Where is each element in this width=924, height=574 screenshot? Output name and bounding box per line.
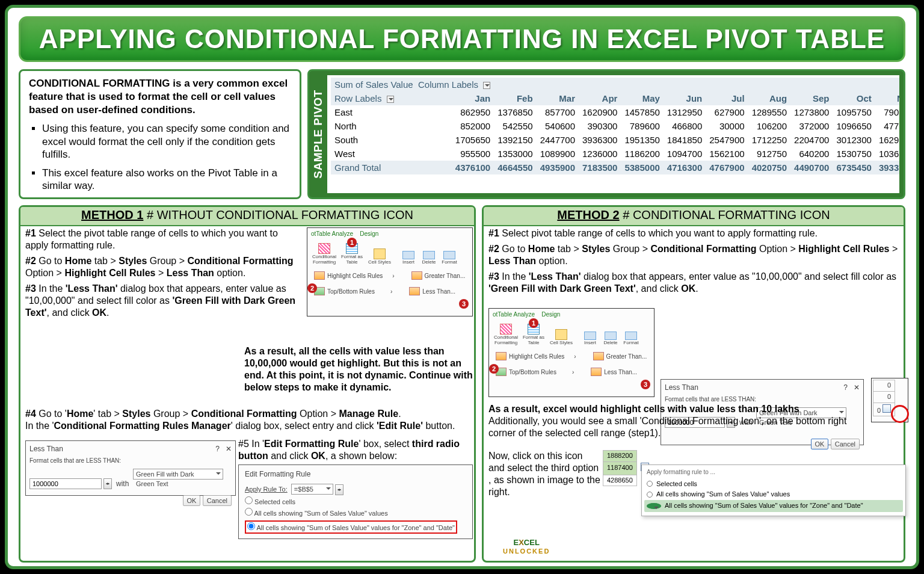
pivot-table-wrap: Sum of Sales Value Column Labels Row Lab… [327,75,899,193]
page-title-text: APPLYING CONDITIONAL FORMATTING IN EXCEL… [39,24,885,54]
format-button[interactable]: Format [621,319,641,347]
page-title: APPLYING CONDITIONAL FORMATTING IN EXCEL… [19,16,905,62]
cancel-button[interactable]: Cancel [831,439,860,449]
conditional-formatting-button[interactable]: Conditional Formatting [311,238,337,266]
dialog-title: Less Than [665,383,698,392]
top-bottom-rules-item[interactable]: Top/Bottom Rules› [311,285,395,297]
method2-panel: METHOD 2 # CONDITIONAL FORMATTING ICON #… [482,205,905,563]
greater-than-item[interactable]: Greater Than... [590,350,650,362]
delete-button[interactable]: Delete [601,319,620,347]
dialog-title: Less Than [29,445,63,454]
delete-button[interactable]: Delete [419,238,439,266]
radio-all-zone-date[interactable]: All cells showing "Sum of Sales Value" v… [245,520,457,534]
insert-button[interactable]: Insert [581,319,600,347]
cell-styles-button[interactable]: Cell Styles [548,319,574,347]
method1-panel: METHOD 1 # WITHOUT CONDITIONAL FORMATTIN… [19,205,476,563]
cf-icon-popup: Apply formatting rule to ... Selected ce… [641,464,906,516]
excel-unlocked-logo: EXCEL UNLOCKED [503,538,550,556]
intro-lead: CONDITIONAL FORMATTING is a very common … [29,77,290,116]
cf-icon-callout: 000 [871,378,908,422]
insert-button[interactable]: Insert [399,238,418,266]
m1-result: As a result, all the cells with value le… [244,345,473,393]
less-than-item[interactable]: Less Than... [588,366,640,378]
format-button[interactable]: Format [440,238,459,266]
m2-note: Now, click on this icon and select the t… [488,450,600,498]
refedit-icon[interactable] [335,484,343,495]
pivot-table: Sum of Sales Value Column Labels Row Lab… [331,78,899,174]
less-than-value-input[interactable] [29,478,102,489]
popup-opt-zone-date[interactable]: All cells showing "Sum of Sales Value" v… [644,500,903,512]
dropdown-icon[interactable] [483,82,490,89]
dialog-title: Edit Formatting Rule [245,470,466,479]
less-than-label: Format cells that are LESS THAN: [29,457,232,465]
ok-button[interactable]: OK [183,495,201,506]
dialog-help-close[interactable]: ? ✕ [215,445,232,457]
sample-pivot-label: SAMPLE PIVOT [309,71,327,197]
apply-ref[interactable]: =$B$5 [291,484,333,495]
less-than-label: Format cells that are LESS THAN: [665,396,860,404]
popup-header: Apply formatting rule to ... [647,469,901,477]
edit-rule-dialog: Edit Formatting Rule Apply Rule To: =$B$… [238,464,473,539]
less-than-dialog: Less Than? ✕ Format cells that are LESS … [25,440,236,496]
fill-select[interactable]: Green Fill with Dark Green Text [133,469,223,480]
cf-icon[interactable] [882,404,891,413]
intro-bullet: Using this feature, you can specify some… [42,122,290,161]
top-bottom-rules-item[interactable]: Top/Bottom Rules› [493,366,577,378]
cancel-button[interactable]: Cancel [203,495,232,506]
popup-opt-selected[interactable]: Selected cells [647,479,901,490]
highlight-cells-rules-item[interactable]: Highlight Cells Rules› [311,270,398,282]
sample-pivot-panel: SAMPLE PIVOT Sum of Sales Value Column L… [307,69,905,199]
dialog-help-close[interactable]: ? ✕ [843,383,860,396]
intro-bullet: This excel feature also works on the Piv… [42,167,290,193]
highlight-cells-rules-item[interactable]: Highlight Cells Rules› [493,350,579,362]
greater-than-item[interactable]: Greater Than... [408,270,469,282]
ribbon-screenshot: otTable Analyze Design Conditional Forma… [307,227,473,316]
ok-button[interactable]: OK [811,439,829,449]
ribbon-screenshot: otTable Analyze Design Conditional Forma… [488,308,654,397]
conditional-formatting-button[interactable]: Conditional Formatting [493,319,519,347]
radio-all-values[interactable]: All cells showing "Sum of Sales Value" v… [245,508,466,518]
intro-panel: CONDITIONAL FORMATTING is a very common … [19,69,301,199]
less-than-item[interactable]: Less Than... [406,285,458,297]
popup-opt-all[interactable]: All cells showing "Sum of Sales Value" v… [647,489,901,500]
pivot-corner: Sum of Sales Value Column Labels [331,78,494,91]
radio-selected-cells[interactable]: Selected cells [245,496,466,507]
method1-header: METHOD 1 # WITHOUT CONDITIONAL FORMATTIN… [20,207,474,226]
refedit-icon[interactable] [103,478,112,489]
cell-styles-button[interactable]: Cell Styles [366,238,393,266]
method2-header: METHOD 2 # CONDITIONAL FORMATTING ICON [484,207,904,226]
